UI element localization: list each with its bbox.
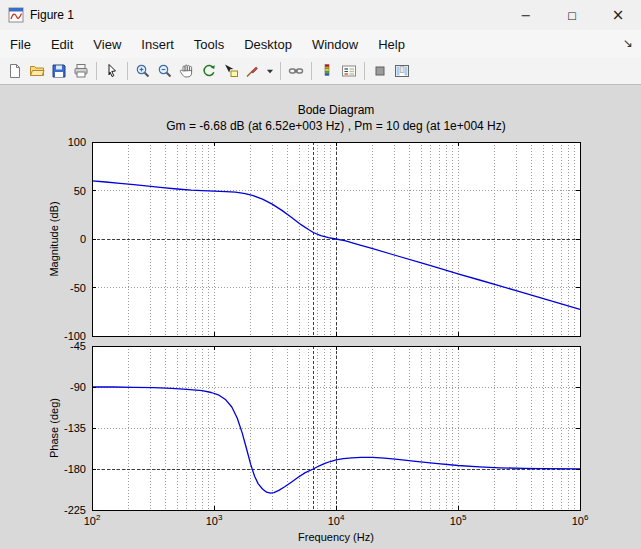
x-tick-label: 104 bbox=[328, 513, 345, 527]
save-floppy-icon bbox=[51, 63, 67, 79]
menu-item-tools[interactable]: Tools bbox=[184, 30, 234, 58]
brush-icon bbox=[245, 63, 261, 79]
x-tick-label: 103 bbox=[206, 513, 223, 527]
phase-axis-label: Phase (deg) bbox=[48, 398, 60, 458]
maximize-button[interactable]: □ bbox=[549, 0, 595, 30]
y-tick-label: 0 bbox=[80, 233, 86, 245]
link-plot-button[interactable] bbox=[285, 60, 307, 82]
chevron-down-icon bbox=[266, 63, 274, 79]
toolbar-separator bbox=[280, 62, 281, 80]
hide-plot-tools-icon bbox=[372, 63, 388, 79]
y-tick-label: -135 bbox=[64, 422, 86, 434]
show-plot-tools-button[interactable] bbox=[391, 60, 413, 82]
minimize-button[interactable]: − bbox=[503, 0, 549, 30]
toolbar-separator bbox=[311, 62, 312, 80]
new-document-icon bbox=[7, 63, 23, 79]
cursor-arrow-icon bbox=[104, 63, 120, 79]
menu-item-desktop[interactable]: Desktop bbox=[234, 30, 302, 58]
figure-toolbar bbox=[0, 58, 641, 85]
brush-data-button[interactable] bbox=[242, 60, 264, 82]
menu-item-help[interactable]: Help bbox=[368, 30, 415, 58]
pan-hand-icon bbox=[179, 63, 195, 79]
y-tick-label: -45 bbox=[70, 340, 86, 352]
colorbar-icon bbox=[319, 63, 335, 79]
matlab-figure-icon bbox=[8, 7, 24, 23]
chart-title: Bode Diagram bbox=[298, 103, 375, 117]
x-tick-label: 102 bbox=[84, 513, 101, 527]
x-tick-label: 106 bbox=[572, 513, 589, 527]
link-chain-icon bbox=[288, 63, 304, 79]
open-folder-icon bbox=[29, 63, 45, 79]
y-tick-label: -50 bbox=[70, 282, 86, 294]
menu-bar: FileEditViewInsertToolsDesktopWindowHelp… bbox=[0, 30, 641, 58]
data-cursor-icon bbox=[223, 63, 239, 79]
figure-window: Figure 1 − □ × FileEditViewInsertToolsDe… bbox=[0, 0, 641, 549]
print-figure-button[interactable] bbox=[70, 60, 92, 82]
insert-colorbar-button[interactable] bbox=[316, 60, 338, 82]
y-tick-label: 50 bbox=[74, 185, 86, 197]
printer-icon bbox=[73, 63, 89, 79]
magnitude-axis-label: Magnitude (dB) bbox=[48, 201, 60, 276]
close-button[interactable]: × bbox=[595, 0, 641, 30]
zoom-out-icon bbox=[157, 63, 173, 79]
phase-subplot: -45-90-135-180-225Phase (deg) bbox=[48, 340, 580, 516]
toolbar-separator bbox=[127, 62, 128, 80]
show-plot-tools-icon bbox=[394, 63, 410, 79]
window-title: Figure 1 bbox=[30, 8, 503, 22]
bode-plot[interactable]: Bode DiagramGm = -6.68 dB (at 6.52e+003 … bbox=[0, 85, 641, 549]
figure-canvas: Bode DiagramGm = -6.68 dB (at 6.52e+003 … bbox=[0, 85, 641, 549]
new-figure-button[interactable] bbox=[4, 60, 26, 82]
x-tick-label: 105 bbox=[450, 513, 467, 527]
title-bar: Figure 1 − □ × bbox=[0, 0, 641, 30]
hide-plot-tools-button[interactable] bbox=[369, 60, 391, 82]
pan-button[interactable] bbox=[176, 60, 198, 82]
toolbar-separator bbox=[96, 62, 97, 80]
magnitude-subplot: 100500-50-100Magnitude (dB) bbox=[48, 136, 580, 342]
menu-item-view[interactable]: View bbox=[83, 30, 131, 58]
dock-figure-icon[interactable]: ↘ bbox=[623, 36, 633, 50]
menu-items: FileEditViewInsertToolsDesktopWindowHelp bbox=[0, 30, 415, 58]
edit-plot-button[interactable] bbox=[101, 60, 123, 82]
y-tick-label: -90 bbox=[70, 381, 86, 393]
chart-margins-subtitle: Gm = -6.68 dB (at 6.52e+003 Hz) , Pm = 1… bbox=[166, 119, 506, 133]
menu-item-window[interactable]: Window bbox=[302, 30, 368, 58]
menu-item-edit[interactable]: Edit bbox=[41, 30, 83, 58]
legend-icon bbox=[341, 63, 357, 79]
brush-dropdown-button[interactable] bbox=[264, 60, 276, 82]
window-controls: − □ × bbox=[503, 0, 641, 30]
y-tick-label: -180 bbox=[64, 463, 86, 475]
menu-item-insert[interactable]: Insert bbox=[131, 30, 184, 58]
save-figure-button[interactable] bbox=[48, 60, 70, 82]
zoom-in-button[interactable] bbox=[132, 60, 154, 82]
rotate-3d-icon bbox=[201, 63, 217, 79]
zoom-in-icon bbox=[135, 63, 151, 79]
data-cursor-button[interactable] bbox=[220, 60, 242, 82]
x-axis-label: Frequency (Hz) bbox=[298, 531, 374, 543]
open-file-button[interactable] bbox=[26, 60, 48, 82]
insert-legend-button[interactable] bbox=[338, 60, 360, 82]
y-tick-label: 100 bbox=[68, 136, 86, 148]
toolbar-separator bbox=[364, 62, 365, 80]
zoom-out-button[interactable] bbox=[154, 60, 176, 82]
menu-item-file[interactable]: File bbox=[0, 30, 41, 58]
rotate-3d-button[interactable] bbox=[198, 60, 220, 82]
